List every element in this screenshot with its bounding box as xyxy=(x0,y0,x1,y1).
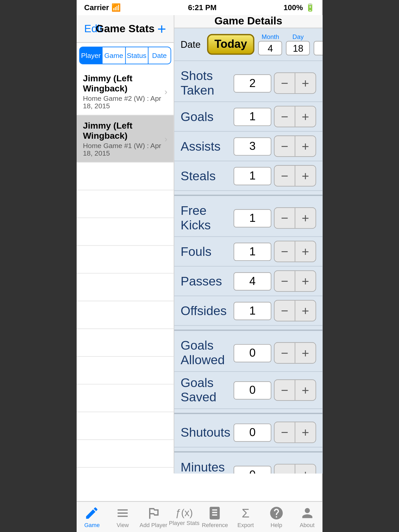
stat-value-steals[interactable] xyxy=(234,167,271,185)
fouls-increment[interactable]: + xyxy=(295,241,316,262)
stat-label-goals-allowed: Goals Allowed xyxy=(181,338,234,368)
segment-game[interactable]: Game xyxy=(103,47,125,64)
view-icon xyxy=(115,506,130,521)
offsides-increment[interactable]: + xyxy=(295,301,316,321)
tab-help-label: Help xyxy=(270,522,282,528)
offsides-decrement[interactable]: − xyxy=(275,301,295,321)
steals-decrement[interactable]: − xyxy=(275,166,295,186)
freekicks-increment[interactable]: + xyxy=(295,208,316,228)
stat-value-minutes[interactable] xyxy=(234,466,271,473)
player-item-2[interactable]: Jimmy (Left Wingback) Home Game #1 (W) :… xyxy=(77,115,174,163)
player-item-1[interactable]: Jimmy (Left Wingback) Home Game #2 (W) :… xyxy=(77,68,174,115)
battery-label: 100% xyxy=(283,3,303,12)
freekicks-decrement[interactable]: − xyxy=(275,208,295,228)
segment-status[interactable]: Status xyxy=(125,47,148,64)
player-stats-icon: ƒ(x) xyxy=(175,507,193,519)
date-label: Date xyxy=(181,39,201,50)
stat-value-goals-allowed[interactable] xyxy=(234,344,271,362)
tab-view[interactable]: View xyxy=(107,502,138,532)
tab-bar: Game View Add Player ƒ(x) Player Stats R… xyxy=(77,501,322,532)
stepper-passes: − + xyxy=(274,270,316,292)
tab-about[interactable]: About xyxy=(292,502,322,532)
stat-goals: Goals − + xyxy=(174,102,322,132)
goals-increment[interactable]: + xyxy=(295,107,316,127)
left-nav-bar: Edit Game Stats + xyxy=(77,15,174,43)
add-player-icon xyxy=(146,506,161,521)
shots-increment[interactable]: + xyxy=(295,73,316,93)
month-input[interactable] xyxy=(258,41,282,56)
day-label: Day xyxy=(292,34,304,41)
tab-player-stats[interactable]: ƒ(x) Player Stats xyxy=(169,502,200,532)
goals-allowed-increment[interactable]: + xyxy=(295,343,316,363)
wifi-icon: 📶 xyxy=(111,3,121,12)
stat-value-freekicks[interactable] xyxy=(234,209,271,227)
right-nav-title: Game Details xyxy=(214,15,282,28)
month-col: Month xyxy=(258,34,282,56)
stat-value-passes[interactable] xyxy=(234,272,271,290)
stepper-minutes: − + xyxy=(274,464,316,473)
stat-value-fouls[interactable] xyxy=(234,242,271,261)
date-row: Date Today Month Day Year xyxy=(174,28,322,61)
segment-player[interactable]: Player xyxy=(80,47,103,64)
tab-export[interactable]: Σ Export xyxy=(230,502,261,532)
stat-label-offsides: Offsides xyxy=(181,303,234,318)
tab-view-label: View xyxy=(117,522,129,528)
shots-decrement[interactable]: − xyxy=(275,73,295,93)
about-icon xyxy=(300,506,315,521)
passes-increment[interactable]: + xyxy=(295,271,316,291)
day-input[interactable] xyxy=(286,41,310,56)
steals-increment[interactable]: + xyxy=(295,166,316,186)
today-button[interactable]: Today xyxy=(207,34,255,55)
stats-group-1: Shots Taken − + Goals − + xyxy=(174,61,322,195)
tab-add-player[interactable]: Add Player xyxy=(138,502,169,532)
stat-label-steals: Steals xyxy=(181,169,234,183)
carrier-info: Carrier 📶 xyxy=(84,3,121,12)
minutes-decrement[interactable]: − xyxy=(275,464,295,473)
tab-help[interactable]: Help xyxy=(261,502,292,532)
stepper-shots: − + xyxy=(274,72,316,94)
stat-label-shots: Shots Taken xyxy=(181,69,234,98)
player-info-2: Jimmy (Left Wingback) Home Game #1 (W) :… xyxy=(83,120,164,157)
stat-value-shutouts[interactable] xyxy=(234,423,271,441)
shutouts-increment[interactable]: + xyxy=(295,422,316,443)
tab-game-label: Game xyxy=(84,522,99,528)
year-col: Year xyxy=(314,34,322,56)
assists-decrement[interactable]: − xyxy=(275,136,295,156)
fouls-decrement[interactable]: − xyxy=(275,241,295,262)
stat-label-goals-saved: Goals Saved xyxy=(181,376,234,405)
chevron-icon-1: › xyxy=(164,86,167,96)
passes-decrement[interactable]: − xyxy=(275,271,295,291)
goals-saved-decrement[interactable]: − xyxy=(275,380,295,400)
assists-increment[interactable]: + xyxy=(295,136,316,156)
tab-about-label: About xyxy=(300,522,314,528)
minutes-increment[interactable]: + xyxy=(295,464,316,473)
stat-value-offsides[interactable] xyxy=(234,302,271,320)
status-bar: Carrier 📶 6:21 PM 100% 🔋 xyxy=(77,0,322,15)
stat-goals-saved: Goals Saved − + xyxy=(174,372,322,409)
goals-allowed-decrement[interactable]: − xyxy=(275,343,295,363)
tab-player-stats-label: Player Stats xyxy=(169,520,200,526)
help-icon xyxy=(269,506,284,521)
left-panel: Edit Game Stats + Player Game Status Dat… xyxy=(77,15,174,473)
reference-icon xyxy=(207,506,222,521)
stat-value-assists[interactable] xyxy=(234,137,271,155)
stepper-steals: − + xyxy=(274,165,316,187)
segment-date[interactable]: Date xyxy=(148,47,171,64)
tab-game[interactable]: Game xyxy=(77,502,107,532)
tab-reference[interactable]: Reference xyxy=(200,502,230,532)
stat-assists: Assists − + xyxy=(174,132,322,161)
goals-decrement[interactable]: − xyxy=(275,107,295,127)
stat-value-shots[interactable] xyxy=(234,74,271,92)
stat-value-goals-saved[interactable] xyxy=(234,381,271,399)
stat-label-passes: Passes xyxy=(181,274,234,288)
year-input[interactable] xyxy=(314,41,322,56)
shutouts-decrement[interactable]: − xyxy=(275,422,295,443)
segment-control: Player Game Status Date xyxy=(79,47,171,64)
stats-group-3: Goals Allowed − + Goals Saved − + xyxy=(174,331,322,413)
stepper-shutouts: − + xyxy=(274,422,316,443)
stat-value-goals[interactable] xyxy=(234,108,271,126)
battery-icon: 🔋 xyxy=(305,3,315,12)
tab-reference-label: Reference xyxy=(202,522,228,528)
player-list: Jimmy (Left Wingback) Home Game #2 (W) :… xyxy=(77,68,174,473)
goals-saved-increment[interactable]: + xyxy=(295,380,316,400)
